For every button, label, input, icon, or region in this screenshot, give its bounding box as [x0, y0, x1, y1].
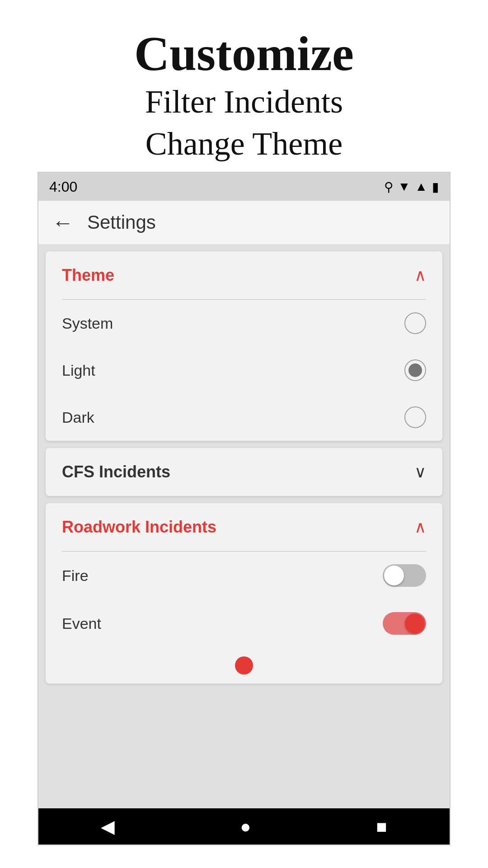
roadwork-card: Roadwork Incidents ∧ Fire Event	[46, 503, 442, 684]
wifi-icon: ▼	[398, 179, 411, 194]
fire-option: Fire	[46, 552, 442, 599]
fire-toggle-knob	[384, 566, 404, 585]
cfs-chevron-icon: ∨	[414, 462, 426, 481]
cfs-section-title: CFS Incidents	[62, 462, 170, 481]
bottom-nav: ◀ ● ■	[38, 808, 450, 844]
hero-subtitle-line1: Filter Incidents	[9, 81, 479, 123]
status-time: 4:00	[49, 179, 77, 195]
location-pin-icon: ⚲	[384, 179, 394, 194]
dark-radio[interactable]	[404, 406, 426, 428]
phone-frame: 4:00 ⚲ ▼ ▲ ▮ ← Settings Theme ∧ System L…	[38, 172, 450, 845]
light-radio[interactable]	[404, 359, 426, 381]
status-icons: ⚲ ▼ ▲ ▮	[384, 179, 439, 194]
cfs-card-header[interactable]: CFS Incidents ∨	[46, 448, 442, 496]
light-label: Light	[62, 362, 95, 379]
app-bar-title: Settings	[87, 212, 156, 233]
cfs-card: CFS Incidents ∨	[46, 448, 442, 496]
theme-chevron-icon: ∧	[414, 266, 426, 285]
roadwork-card-header[interactable]: Roadwork Incidents ∧	[46, 503, 442, 551]
theme-card-header[interactable]: Theme ∧	[46, 251, 442, 299]
hero-title: Customize	[9, 27, 479, 81]
app-bar: ← Settings	[38, 201, 450, 244]
partial-next-item-indicator	[235, 656, 253, 675]
hero-subtitle-line2: Change Theme	[9, 123, 479, 165]
system-label: System	[62, 315, 113, 332]
event-option: Event	[46, 599, 442, 647]
home-nav-button[interactable]: ●	[240, 816, 251, 837]
dark-label: Dark	[62, 409, 94, 426]
event-label: Event	[62, 615, 101, 632]
recent-nav-button[interactable]: ■	[376, 816, 387, 837]
light-option[interactable]: Light	[46, 347, 442, 394]
theme-card: Theme ∧ System Light Dark	[46, 251, 442, 441]
fire-label: Fire	[62, 567, 89, 585]
event-toggle[interactable]	[383, 612, 426, 635]
hero-section: Customize Filter Incidents Change Theme	[0, 0, 488, 179]
battery-icon: ▮	[432, 179, 439, 194]
event-toggle-knob	[405, 613, 425, 633]
dark-option[interactable]: Dark	[46, 394, 442, 441]
theme-section-title: Theme	[62, 266, 114, 285]
roadwork-section-title: Roadwork Incidents	[62, 518, 216, 537]
system-radio[interactable]	[404, 312, 426, 334]
back-nav-button[interactable]: ◀	[101, 816, 115, 837]
system-option[interactable]: System	[46, 300, 442, 347]
signal-icon: ▲	[415, 179, 427, 194]
content-area: Theme ∧ System Light Dark CFS Incidents …	[38, 244, 450, 810]
fire-toggle[interactable]	[383, 564, 426, 587]
status-bar: 4:00 ⚲ ▼ ▲ ▮	[38, 173, 450, 201]
back-button[interactable]: ←	[52, 210, 74, 235]
roadwork-chevron-icon: ∧	[414, 518, 426, 537]
